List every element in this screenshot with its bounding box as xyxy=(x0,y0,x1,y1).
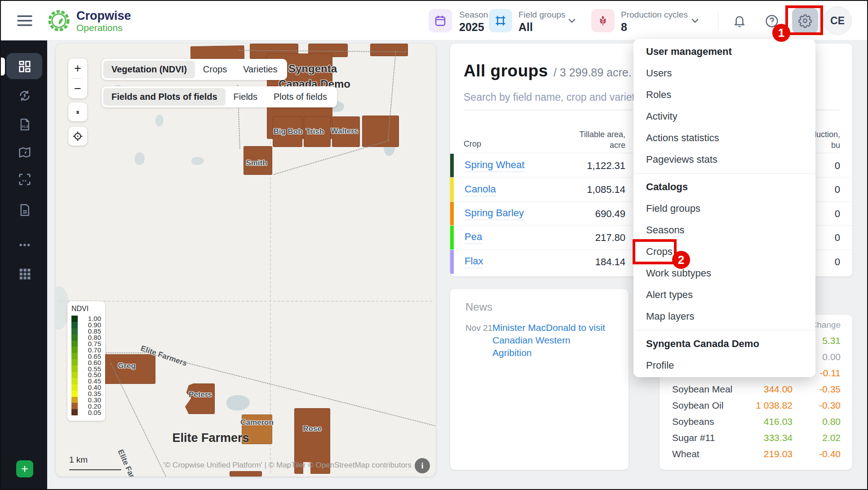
menu-divider xyxy=(633,173,815,174)
pan-toggle-button[interactable]: ▲ ▼ xyxy=(68,102,87,121)
crop-link[interactable]: Spring Barley xyxy=(465,207,524,220)
legend-swatch xyxy=(71,341,78,347)
tab-varieties[interactable]: Varieties xyxy=(235,61,285,78)
crop-rotation-icon[interactable] xyxy=(18,89,31,102)
bell-icon[interactable] xyxy=(732,14,747,28)
season-value[interactable]: 2025 xyxy=(459,21,484,34)
news-headline-link[interactable]: Minister MacDonald to visit Canadian Wes… xyxy=(492,321,607,359)
map-water xyxy=(135,152,145,165)
tab-plots-of-fields[interactable]: Plots of fields xyxy=(266,88,335,106)
tab-crops[interactable]: Crops xyxy=(195,61,235,78)
commodity-name: Soybeans xyxy=(672,414,714,430)
legend-swatch xyxy=(71,372,78,378)
annotation-box-step1 xyxy=(785,5,823,35)
menu-item-actions-statistics[interactable]: Actions statistics xyxy=(633,127,815,149)
column-header-tillable-area[interactable]: Tillable area, acre xyxy=(580,129,625,151)
menu-item-roles[interactable]: Roles xyxy=(633,84,815,106)
legend-swatch xyxy=(71,397,78,403)
menu-divider xyxy=(633,330,815,330)
dashboard-icon[interactable] xyxy=(18,60,31,73)
scouting-map-icon[interactable] xyxy=(18,146,31,159)
settings-dropdown-menu: User management Users Roles Activity Act… xyxy=(633,39,815,377)
legend-swatch xyxy=(71,403,78,409)
area-label-elite-farmers: Elite Farmers xyxy=(172,431,249,445)
legend-entry: 0.05 xyxy=(71,409,101,415)
locate-button[interactable] xyxy=(68,127,87,146)
menu-header-organization: Syngenta Canada Demo xyxy=(633,333,815,355)
tab-fields-and-plots[interactable]: Fields and Plots of fields xyxy=(103,88,226,106)
xls-export-icon[interactable]: XLS xyxy=(18,118,31,131)
legend-title: NDVI xyxy=(71,305,101,313)
map-scale-bar xyxy=(69,469,121,470)
menu-item-profile[interactable]: Profile xyxy=(633,355,815,376)
total-area-subtitle: / 3 299.89 acre. xyxy=(554,66,632,79)
crop-area-value: 1,085.14 xyxy=(587,178,625,201)
tab-vegetation-ndvi[interactable]: Vegetation (NDVI) xyxy=(103,61,195,78)
crop-color-bar xyxy=(450,226,454,249)
app-screen: Cropwise Operations Season 2025 Field gr… xyxy=(0,0,868,490)
map-field[interactable] xyxy=(230,471,262,477)
add-button[interactable]: + xyxy=(16,460,33,477)
crop-link[interactable]: Flax xyxy=(465,255,483,268)
commodity-change: -0.30 xyxy=(819,397,841,414)
crop-link[interactable]: Spring Wheat xyxy=(465,159,524,172)
commodity-change: -0.11 xyxy=(820,365,841,381)
menu-item-map-layers[interactable]: Map layers xyxy=(633,306,815,327)
legend-swatch xyxy=(71,334,78,341)
zoom-in-button[interactable]: + xyxy=(68,58,87,78)
more-options-icon[interactable] xyxy=(18,238,31,252)
field-groups-value[interactable]: All xyxy=(518,21,533,34)
cropwise-logo-icon xyxy=(46,8,72,34)
menu-item-alert-types[interactable]: Alert types xyxy=(633,284,815,306)
info-icon[interactable]: i xyxy=(415,458,430,473)
zoom-controls: + − xyxy=(68,58,87,98)
crop-color-bar xyxy=(450,154,454,177)
menu-item-seasons[interactable]: Seasons xyxy=(633,219,815,241)
apps-grid-icon[interactable] xyxy=(18,267,31,281)
crop-link[interactable]: Pea xyxy=(465,231,482,244)
zoom-out-button[interactable]: − xyxy=(68,79,87,98)
menu-item-users[interactable]: Users xyxy=(633,62,815,84)
legend-swatch xyxy=(71,322,78,328)
tab-fields[interactable]: Fields xyxy=(226,88,266,106)
legend-entries: 1.00 0.90 0.85 0.80 xyxy=(71,316,101,415)
map-field[interactable] xyxy=(370,44,408,56)
map-water xyxy=(155,115,164,126)
menu-item-field-groups[interactable]: Field groups xyxy=(633,198,815,219)
reports-document-icon[interactable] xyxy=(18,203,31,217)
legend-value: 0.05 xyxy=(78,409,101,416)
news-date: Nov 21 xyxy=(465,323,492,333)
menu-item-pageviews-stats[interactable]: Pageviews stats xyxy=(633,149,815,170)
crop-area-value: 184.14 xyxy=(595,250,625,274)
production-cycles-value[interactable]: 8 xyxy=(621,21,627,34)
commodity-price: 1 038.82 xyxy=(756,397,793,414)
field-label-rose: Rose xyxy=(303,424,322,433)
menu-item-crops[interactable]: Crops 2 xyxy=(633,241,815,263)
chevron-down-icon[interactable] xyxy=(568,18,576,23)
hamburger-menu-icon[interactable] xyxy=(17,15,32,27)
map-canvas[interactable]: Syngenta Canada Demo Big Bob Trish Walte… xyxy=(56,44,436,477)
crop-production-value: 0 xyxy=(835,154,840,178)
fields-frame-icon[interactable] xyxy=(18,173,31,186)
crosshair-icon xyxy=(72,130,84,142)
commodity-change: -0.40 xyxy=(819,446,841,462)
legend-swatch xyxy=(71,384,78,391)
field-label-smith: Smith xyxy=(246,159,267,168)
crop-production-value: 0 xyxy=(835,178,840,201)
field-label-big-bob: Big Bob xyxy=(273,127,302,136)
price-row: Soybean Meal 344.00 -0.35 xyxy=(660,381,852,397)
commodity-change: -0.35 xyxy=(819,381,841,397)
menu-item-activity[interactable]: Activity xyxy=(633,106,815,127)
menu-item-work-subtypes[interactable]: Work subtypes xyxy=(633,263,815,284)
commodity-name: Wheat xyxy=(672,446,700,462)
user-avatar[interactable]: CE xyxy=(823,6,852,35)
legend-swatch xyxy=(71,409,78,415)
chevron-down-icon[interactable] xyxy=(691,18,699,23)
svg-text:XLS: XLS xyxy=(22,125,28,129)
menu-header-catalogs: Catalogs xyxy=(633,176,815,198)
ndvi-legend: NDVI 1.00 0.90 0.85 xyxy=(67,301,105,421)
crop-link[interactable]: Canola xyxy=(465,183,496,196)
column-header-crop[interactable]: Crop xyxy=(464,139,481,149)
sidebar-active-indicator xyxy=(1,58,5,76)
commodity-name: Soybean Oil xyxy=(672,397,723,414)
